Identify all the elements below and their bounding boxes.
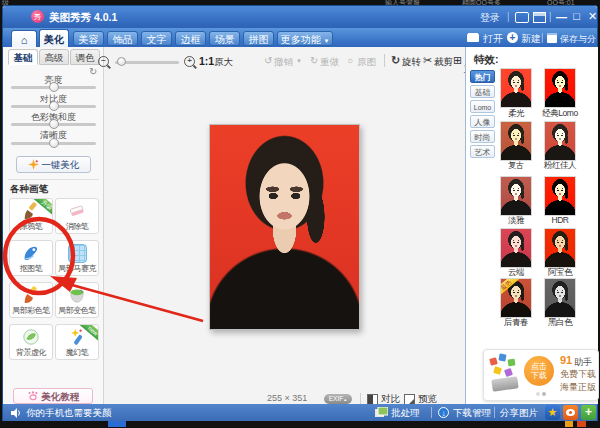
minimize-button[interactable]: — — [555, 11, 568, 23]
qzone-share-icon[interactable]: ★ — [545, 405, 560, 420]
redo-button[interactable]: 重做 — [320, 56, 339, 69]
zoom-slider-knob[interactable] — [117, 57, 126, 66]
divider: | — [549, 11, 552, 22]
tab-scene[interactable]: 场景 — [209, 31, 240, 46]
zoom-out-icon[interactable]: − — [98, 56, 109, 67]
tool-partial-mosaic[interactable]: 局部马赛克 — [55, 240, 99, 276]
edited-photo[interactable] — [209, 124, 360, 330]
effect-thumb[interactable] — [500, 228, 532, 268]
open-button[interactable]: 打开 — [483, 32, 503, 46]
tab-collage[interactable]: 拼图 — [243, 31, 274, 46]
add-share-icon[interactable]: + — [581, 405, 596, 420]
batch-button[interactable]: 批处理 — [391, 407, 420, 420]
tab-beautify[interactable]: 美化 — [39, 29, 69, 48]
slider-knob[interactable] — [49, 101, 59, 111]
effect-thumb[interactable]: 最热 — [500, 278, 532, 318]
maximize-button[interactable]: □ — [570, 10, 583, 22]
effect-thumb[interactable] — [544, 228, 576, 268]
tab-decor[interactable]: 饰品 — [107, 31, 138, 46]
fx-tab-basic[interactable]: 基础 — [470, 85, 495, 98]
tool-magic-pen[interactable]: 魔幻笔 new — [55, 324, 99, 360]
fx-tab-fashion[interactable]: 时尚 — [470, 130, 495, 143]
fx-tab-portrait[interactable]: 人像 — [470, 115, 495, 128]
tutorial-button[interactable]: 美化教程 — [13, 388, 93, 404]
ad-banner[interactable]: 点击下载 91 助手 免费下载 海量正版 — [483, 349, 599, 401]
slider-knob[interactable] — [49, 82, 59, 92]
tool-partial-recolor-pen[interactable]: 局部变色笔 — [55, 282, 99, 318]
tab-home[interactable]: ⌂ — [11, 30, 37, 48]
one-key-beautify-button[interactable]: 一键美化 — [16, 156, 91, 173]
panel-tab-advanced[interactable]: 高级 — [39, 49, 69, 65]
effect-thumb[interactable] — [500, 68, 532, 108]
skin-icon[interactable] — [533, 12, 546, 23]
share-picture-button[interactable]: 分享图片 — [500, 407, 538, 420]
chevron-down-icon[interactable]: ▼ — [296, 58, 302, 64]
panel-tab-tone[interactable]: 调色 — [70, 49, 100, 65]
undo-button[interactable]: 撤销 — [274, 56, 293, 69]
effect-label: HDR — [537, 215, 583, 225]
tab-text[interactable]: 文字 — [141, 31, 172, 46]
brushes-header: 各种画笔 — [10, 183, 48, 196]
tool-doodle-pen[interactable]: 涂鸦笔 升级 — [9, 198, 53, 234]
tool-partial-color-pen[interactable]: 局部彩色笔 — [9, 282, 53, 318]
effect-label: 经典Lomo — [537, 108, 583, 120]
divider: | — [541, 32, 544, 43]
zoom-slider[interactable] — [115, 61, 179, 64]
effect-thumb[interactable] — [544, 68, 576, 108]
brightness-slider[interactable] — [11, 86, 96, 89]
fx-tab-hot[interactable]: 热门 — [470, 70, 495, 83]
effect-thumb[interactable] — [544, 278, 576, 318]
panel-tab-basic[interactable]: 基础 — [8, 49, 38, 65]
fx-tab-art[interactable]: 艺术 — [470, 145, 495, 158]
color-brush-icon — [10, 285, 52, 305]
sharpness-slider[interactable] — [11, 142, 96, 145]
slider-knob[interactable] — [49, 138, 59, 148]
chevron-up-icon: ▲ — [343, 397, 347, 402]
tab-more-features[interactable]: 更多功能 ▼ — [277, 31, 333, 46]
home-icon: ⌂ — [21, 34, 28, 46]
slider-knob[interactable] — [49, 119, 59, 129]
image-size: 255 × 351 — [267, 393, 307, 403]
zoom-original-label[interactable]: 原大 — [214, 56, 233, 69]
download-manager-icon: ↓ — [438, 407, 449, 418]
tool-background-blur[interactable]: 背景虚化 — [9, 324, 53, 360]
contrast-slider[interactable] — [11, 105, 96, 108]
zoom-ratio[interactable]: 1:1 — [199, 55, 214, 67]
ad-download-button[interactable]: 点击下载 — [524, 356, 554, 386]
divider — [494, 407, 495, 418]
crop-button[interactable]: 裁剪 — [434, 56, 453, 69]
open-folder-icon — [467, 34, 479, 42]
save-disk-icon — [547, 33, 557, 43]
effect-thumb[interactable] — [500, 121, 532, 161]
saturation-slider[interactable] — [11, 123, 96, 126]
effect-thumb[interactable] — [544, 121, 576, 161]
effect-label: 黑白色 — [537, 317, 583, 329]
tab-frame[interactable]: 边框 — [175, 31, 206, 46]
title-bar: 秀 美图秀秀 4.0.1 登录 | | — □ ✕ — [3, 6, 597, 28]
tool-label: 抠图笔 — [10, 263, 52, 274]
login-link[interactable]: 登录 — [480, 11, 500, 25]
adjust-panel: 基础 高级 调色 ↻ 亮度 对比度 色彩饱和度 清晰度 一键美化 各种画笔 涂鸦… — [3, 47, 104, 404]
app-window: 秀 美图秀秀 4.0.1 登录 | | — □ ✕ ⌂ 美化 美容 饰品 文字 … — [2, 5, 598, 421]
effect-thumb[interactable] — [500, 176, 532, 216]
effects-panel: 特效: 热门 基础 Lomo 人像 时尚 艺术 柔光 经典Lomo 复古 粉红佳… — [465, 47, 598, 404]
tool-erase-pen[interactable]: 消除笔 — [55, 198, 99, 234]
close-button[interactable]: ✕ — [586, 10, 599, 22]
new-button[interactable]: 新建 — [521, 32, 541, 46]
feedback-chat-icon[interactable] — [515, 12, 529, 23]
original-button[interactable]: 原图 — [357, 56, 376, 69]
main-tab-bar: ⌂ 美化 美容 饰品 文字 边框 场景 拼图 更多功能 ▼ 打开 + 新建 | … — [3, 28, 597, 48]
effect-thumb[interactable] — [544, 176, 576, 216]
fx-tab-lomo[interactable]: Lomo — [470, 100, 495, 113]
tool-label: 局部变色笔 — [56, 305, 98, 316]
tool-cutout-pen[interactable]: 抠图笔 — [9, 240, 53, 276]
effect-label: 粉红佳人 — [537, 160, 583, 172]
exif-button[interactable]: EXIF▲ — [324, 394, 352, 404]
rotate-button[interactable]: 旋转 — [402, 56, 421, 69]
promo-notice[interactable]: 你的手机也需要美颜 — [26, 407, 112, 420]
tab-beauty[interactable]: 美容 — [73, 31, 104, 46]
new-plus-icon: + — [507, 32, 518, 43]
zoom-in-icon[interactable]: + — [184, 56, 195, 67]
weibo-share-icon[interactable] — [563, 405, 578, 420]
download-manager-button[interactable]: 下载管理 — [453, 407, 491, 420]
